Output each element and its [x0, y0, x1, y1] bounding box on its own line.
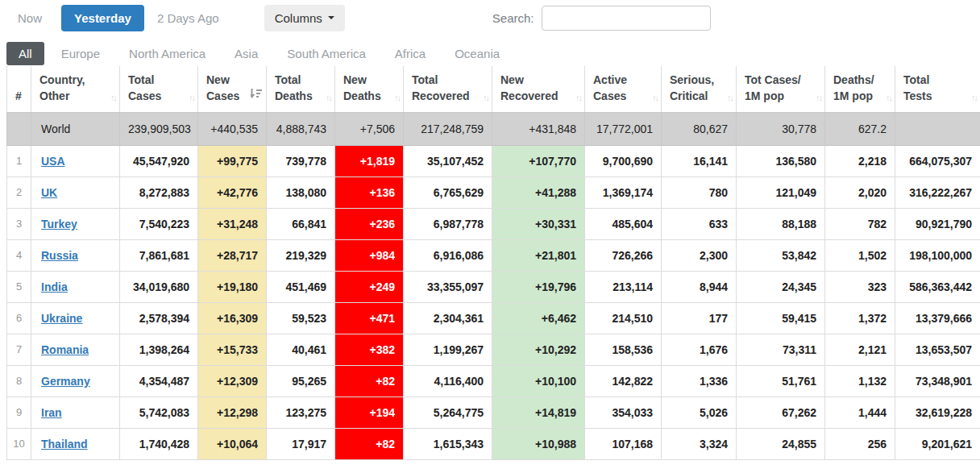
cell-total-recovered: 6,765,629	[404, 176, 492, 208]
now-button[interactable]: Now	[18, 11, 42, 25]
column-header-new-cases[interactable]: NewCases	[198, 66, 267, 112]
table-row: 6Ukraine2,578,394+16,30959,523+4712,304,…	[7, 302, 980, 334]
cell-country: UK	[31, 176, 120, 208]
cell-rank: 7	[7, 334, 31, 365]
column-label-line1: Total	[275, 72, 328, 88]
cell-total-tests: 9,201,621	[895, 428, 980, 459]
cell-rank: 2	[7, 176, 31, 208]
column-header-total-recovered[interactable]: TotalRecovered↑↓	[404, 66, 492, 112]
cell-active-cases: 1,369,174	[585, 176, 662, 208]
cell-new-deaths: +471	[335, 302, 404, 334]
cell-total-tests	[895, 112, 980, 145]
cell-new-deaths: +382	[335, 334, 404, 365]
country-link[interactable]: Russia	[41, 249, 78, 262]
cell-new-cases: +12,309	[198, 365, 267, 396]
country-link[interactable]: Thailand	[41, 438, 88, 450]
tab-north-america[interactable]: North America	[117, 42, 218, 65]
table-row: 4Russia7,861,681+28,717219,329+9846,916,…	[7, 239, 980, 271]
column-label-line1: Total	[903, 72, 974, 88]
cell-country: Iran	[31, 396, 120, 428]
cell-total-cases: 7,861,681	[120, 239, 198, 271]
cell-rank: 3	[7, 208, 31, 239]
cell-country: India	[31, 271, 120, 302]
table-row: 1USA45,547,920+99,775739,778+1,81935,107…	[7, 145, 980, 176]
cell-deaths-per-1m: 2,218	[825, 145, 895, 176]
table-header-row: #Country,Other↑↓TotalCases↑↓NewCasesTota…	[7, 66, 980, 112]
cell-total-deaths: 40,461	[267, 334, 335, 365]
cell-total-deaths: 138,080	[267, 176, 335, 208]
cell-serious-critical: 2,300	[662, 239, 737, 271]
cell-new-cases: +10,064	[198, 428, 267, 459]
cell-total-recovered: 6,916,086	[404, 239, 492, 271]
cell-total-recovered: 217,248,759	[404, 112, 492, 145]
column-header-deaths-per-1m[interactable]: Deaths/1M pop↑↓	[825, 66, 895, 112]
columns-dropdown-button[interactable]: Columns	[264, 5, 345, 31]
country-link[interactable]: Turkey	[41, 218, 77, 230]
yesterday-button[interactable]: Yesterday	[61, 5, 144, 31]
column-label-line2: Recovered	[412, 88, 485, 104]
cell-total-recovered: 6,987,778	[404, 208, 492, 239]
country-link[interactable]: UK	[41, 186, 57, 199]
sort-icon: ↑↓	[394, 92, 400, 105]
cell-country: Thailand	[31, 428, 120, 459]
cell-active-cases: 107,168	[585, 428, 662, 459]
country-link[interactable]: Iran	[41, 406, 62, 419]
column-header-serious-critical[interactable]: Serious,Critical↑↓	[662, 66, 737, 112]
column-header-new-deaths[interactable]: NewDeaths↑↓	[335, 66, 404, 112]
column-label-line2: Cases	[593, 88, 654, 104]
country-link[interactable]: India	[41, 280, 68, 293]
column-header-total-cases[interactable]: TotalCases↑↓	[120, 66, 198, 112]
cell-serious-critical: 177	[662, 302, 737, 334]
cell-rank: 1	[7, 145, 31, 176]
search-input[interactable]	[542, 6, 711, 31]
country-link[interactable]: Germany	[41, 375, 90, 388]
cell-new-deaths: +7,506	[335, 112, 404, 145]
cell-total-deaths: 4,888,743	[267, 112, 335, 145]
cell-serious-critical: 80,627	[662, 112, 737, 145]
cell-total-deaths: 59,523	[267, 302, 335, 334]
column-header-rank: #	[7, 66, 31, 112]
tab-europe[interactable]: Europe	[49, 42, 112, 65]
tab-asia[interactable]: Asia	[222, 42, 270, 65]
cell-new-cases: +12,298	[198, 396, 267, 428]
column-header-total-tests[interactable]: TotalTests↑↓	[895, 66, 980, 112]
cell-total-deaths: 95,265	[267, 365, 335, 396]
column-label-line2: Deaths	[343, 88, 397, 104]
cell-total-cases: 1,398,264	[120, 334, 198, 365]
sort-icon: ↑↓	[189, 92, 194, 105]
search-section: Search:	[492, 6, 711, 31]
cell-total-tests: 13,379,666	[895, 302, 980, 334]
cell-deaths-per-1m: 2,121	[825, 334, 895, 365]
cell-total-cases: 239,909,503	[120, 112, 198, 145]
columns-dropdown-label: Columns	[275, 11, 322, 25]
country-link[interactable]: USA	[41, 155, 65, 168]
cell-new-cases: +42,776	[198, 176, 267, 208]
two-days-ago-button[interactable]: 2 Days Ago	[157, 11, 219, 25]
sort-icon: ↑↓	[971, 92, 977, 105]
sort-icon: ↑↓	[326, 92, 331, 105]
country-link[interactable]: Romania	[41, 343, 89, 356]
cell-new-deaths: +82	[335, 428, 404, 459]
cell-total-tests: 90,921,790	[895, 208, 980, 239]
table-row: 2UK8,272,883+42,776138,080+1366,765,629+…	[7, 176, 980, 208]
tab-oceania[interactable]: Oceania	[442, 42, 512, 65]
cell-serious-critical: 5,026	[662, 396, 737, 428]
column-header-country[interactable]: Country,Other↑↓	[31, 66, 120, 112]
caret-down-icon	[328, 16, 334, 19]
tab-africa[interactable]: Africa	[383, 42, 438, 65]
cell-deaths-per-1m: 1,444	[825, 396, 895, 428]
column-header-total-deaths[interactable]: TotalDeaths↑↓	[267, 66, 335, 112]
cell-cases-per-1m: 30,778	[737, 112, 825, 145]
column-header-new-recovered[interactable]: NewRecovered↑↓	[492, 66, 585, 112]
cell-new-recovered: +30,331	[492, 208, 585, 239]
column-header-cases-per-1m[interactable]: Tot Cases/1M pop↑↓	[737, 66, 825, 112]
cell-new-recovered: +14,819	[492, 396, 585, 428]
cell-new-cases: +15,733	[198, 334, 267, 365]
column-header-active-cases[interactable]: ActiveCases↑↓	[585, 66, 662, 112]
tab-south-america[interactable]: South America	[275, 42, 378, 65]
country-link[interactable]: Ukraine	[41, 312, 82, 325]
sort-icon: ↑↓	[727, 92, 733, 105]
tab-all[interactable]: All	[6, 42, 44, 65]
cell-new-recovered: +6,462	[492, 302, 585, 334]
table-row: 10Thailand1,740,428+10,06417,917+821,615…	[7, 428, 980, 459]
